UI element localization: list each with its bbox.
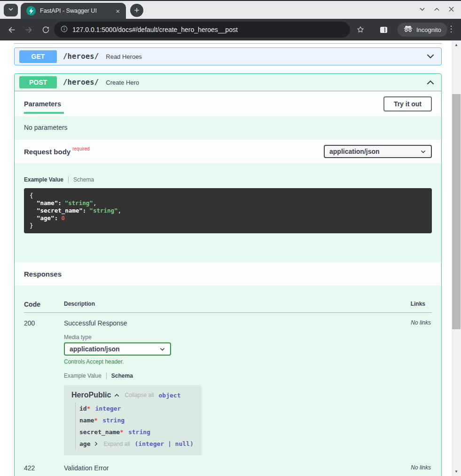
collapse-all-link[interactable]: Collapse all bbox=[125, 392, 154, 398]
accept-header-note: Controls Accept header. bbox=[64, 358, 380, 365]
opblock-get-header[interactable]: GET /heroes/ Read Heroes bbox=[15, 48, 441, 65]
scroll-down-icon[interactable]: ▼ bbox=[452, 469, 461, 474]
incognito-icon bbox=[404, 25, 413, 34]
window-maximize-button[interactable] bbox=[432, 5, 441, 13]
model-type: object bbox=[159, 392, 181, 399]
endpoint-summary: Create Hero bbox=[106, 79, 139, 86]
site-info-icon[interactable] bbox=[61, 25, 68, 34]
request-media-type-value: application/json bbox=[329, 148, 380, 155]
tab-search-button[interactable] bbox=[4, 4, 18, 16]
chevron-down-icon bbox=[159, 346, 165, 352]
expand-all-link[interactable]: Expand all bbox=[103, 441, 130, 447]
responses-table: Code Description Links 200 Successful Re… bbox=[15, 286, 441, 472]
opblock-post-header[interactable]: POST /heroes/ Create Hero bbox=[15, 74, 441, 91]
endpoint-path: /heroes/ bbox=[63, 78, 99, 87]
json-key: "secret_name": bbox=[37, 207, 86, 214]
schema-property-name: name* string bbox=[79, 414, 194, 426]
response-media-type-select[interactable]: application/json bbox=[64, 342, 171, 356]
bookmark-star-icon[interactable] bbox=[356, 25, 365, 34]
new-tab-button[interactable]: + bbox=[130, 4, 143, 17]
required-star: * bbox=[87, 405, 91, 412]
reload-button[interactable] bbox=[41, 25, 50, 34]
json-key: "age": bbox=[37, 214, 58, 222]
browser-menu-icon[interactable]: ⋮ bbox=[447, 24, 455, 34]
tab-strip: FastAPI - Swagger UI × + bbox=[0, 0, 461, 19]
chevron-up-icon[interactable] bbox=[425, 77, 436, 87]
request-media-type-select[interactable]: application/json bbox=[324, 145, 432, 158]
schema-property-secret-name: secret_name* string bbox=[79, 426, 194, 438]
fastapi-favicon-icon bbox=[26, 6, 36, 16]
tab-separator bbox=[68, 176, 69, 183]
required-label: required bbox=[72, 146, 90, 151]
schema-property-age: age Expand all (integer | null) bbox=[79, 438, 194, 450]
request-body-title: Request body bbox=[24, 148, 70, 156]
request-body-content: Example Value Schema { "name":"string", … bbox=[15, 163, 441, 233]
model-properties: id* integer name* string secret_name* st… bbox=[75, 403, 194, 450]
response-row-200: 200 Successful Response Media type appli… bbox=[24, 319, 432, 455]
scroll-up-icon[interactable]: ▲ bbox=[452, 43, 461, 47]
example-schema-tabs: Example Value Schema bbox=[64, 373, 380, 379]
tab-close-icon[interactable]: × bbox=[113, 7, 122, 16]
request-body-section-header: Request bodyrequired application/json bbox=[15, 140, 441, 163]
tab-schema[interactable]: Schema bbox=[111, 373, 133, 379]
scrollbar-thumb[interactable] bbox=[452, 94, 461, 329]
no-parameters-message: No parameters bbox=[15, 116, 441, 140]
json-string-value: "string" bbox=[65, 199, 93, 206]
incognito-badge: Incognito bbox=[398, 23, 447, 37]
section-divider bbox=[14, 43, 442, 44]
tab-schema[interactable]: Schema bbox=[73, 176, 94, 183]
response-description: Successful Response bbox=[64, 319, 380, 327]
address-bar[interactable]: 127.0.0.1:5000/docs#/default/create_hero… bbox=[54, 22, 350, 38]
window-controls bbox=[418, 5, 455, 13]
tab-title: FastAPI - Swagger UI bbox=[40, 8, 113, 14]
swagger-page: GET /heroes/ Read Heroes POST /heroes/ C… bbox=[0, 40, 461, 476]
incognito-label: Incognito bbox=[416, 26, 441, 33]
window-minimize-button[interactable] bbox=[418, 5, 426, 13]
browser-window: FastAPI - Swagger UI × + 127.0.0.1:5000/… bbox=[0, 0, 461, 476]
browser-tab[interactable]: FastAPI - Swagger UI × bbox=[21, 3, 126, 19]
side-panel-icon[interactable] bbox=[379, 25, 388, 34]
response-links: No links bbox=[380, 319, 432, 326]
response-links: No links bbox=[380, 464, 432, 471]
media-type-label: Media type bbox=[64, 334, 380, 341]
responses-section-header: Responses bbox=[15, 262, 441, 286]
back-button[interactable] bbox=[7, 25, 16, 34]
try-it-out-button[interactable]: Try it out bbox=[383, 96, 432, 111]
model-name: HeroPublic bbox=[71, 391, 111, 399]
chevron-right-icon[interactable] bbox=[94, 441, 99, 446]
chevron-down-icon bbox=[8, 6, 14, 14]
response-description: Validation Error bbox=[64, 464, 380, 472]
required-star: * bbox=[120, 428, 124, 436]
json-key: "name": bbox=[37, 199, 62, 206]
endpoint-summary: Read Heroes bbox=[106, 53, 142, 60]
example-schema-tabs: Example Value Schema bbox=[24, 176, 432, 183]
response-media-type-value: application/json bbox=[70, 345, 120, 353]
response-code: 200 bbox=[24, 319, 64, 327]
chevron-down-icon[interactable] bbox=[425, 51, 436, 62]
required-star: * bbox=[94, 417, 98, 424]
method-badge-post: POST bbox=[19, 76, 57, 88]
model-title-row[interactable]: HeroPublic Collapse all object bbox=[71, 391, 194, 399]
browser-toolbar: 127.0.0.1:5000/docs#/default/create_hero… bbox=[0, 19, 461, 40]
json-string-value: "string" bbox=[89, 207, 117, 214]
response-code: 422 bbox=[24, 464, 64, 472]
tab-example-value[interactable]: Example Value bbox=[64, 373, 102, 379]
opblock-get-heroes: GET /heroes/ Read Heroes bbox=[14, 48, 442, 65]
tab-example-value[interactable]: Example Value bbox=[24, 176, 63, 183]
column-description: Description bbox=[64, 301, 380, 307]
method-badge-get: GET bbox=[19, 50, 57, 63]
vertical-scrollbar[interactable]: ▲ ▼ bbox=[452, 40, 461, 476]
response-row-422: 422 Validation Error No links bbox=[24, 464, 432, 472]
schema-property-id: id* integer bbox=[79, 403, 194, 414]
url-text: 127.0.0.1:5000/docs#/default/create_hero… bbox=[72, 26, 238, 33]
forward-button[interactable] bbox=[24, 25, 33, 34]
column-code: Code bbox=[24, 301, 64, 308]
chevron-down-icon bbox=[420, 149, 426, 155]
parameters-title: Parameters bbox=[24, 100, 61, 108]
table-header-divider bbox=[24, 312, 432, 313]
chevron-up-icon[interactable] bbox=[114, 392, 120, 398]
json-number-value: 0 bbox=[61, 214, 65, 222]
parameters-section-header: Parameters Try it out bbox=[15, 91, 441, 116]
example-code-block: { "name":"string", "secret_name":"string… bbox=[24, 188, 432, 233]
window-close-button[interactable] bbox=[447, 5, 455, 13]
